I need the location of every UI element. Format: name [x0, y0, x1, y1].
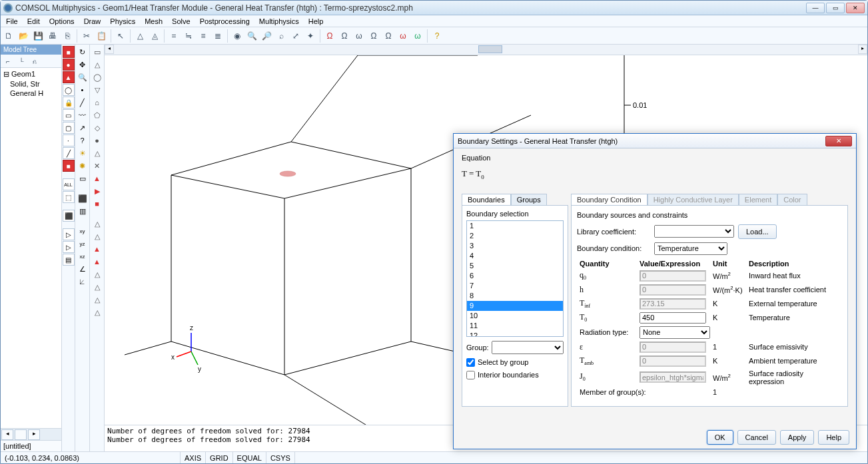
zoom-out-icon[interactable]: 🔎	[260, 29, 273, 43]
block-icon[interactable]: ■	[63, 46, 75, 58]
rect-icon[interactable]: ▭	[63, 109, 75, 121]
orbit-icon[interactable]: ✦	[304, 29, 317, 43]
angle2-icon[interactable]: ⟀	[77, 276, 89, 288]
tab-element[interactable]: Element	[739, 194, 777, 205]
xy-icon[interactable]: xy	[77, 225, 89, 237]
tree-btn1[interactable]: ⌐	[2, 56, 14, 67]
all-icon[interactable]: ALL	[63, 178, 75, 190]
data-icon[interactable]: ▤	[63, 254, 75, 266]
tab-conductive-layer[interactable]: Highly Conductive Layer	[648, 194, 739, 205]
s-tri2-icon[interactable]: ▽	[91, 84, 103, 96]
s-house-icon[interactable]: ⌂	[91, 97, 103, 109]
lock-icon[interactable]: 🔒	[63, 97, 75, 109]
fill-square-icon[interactable]: ■	[63, 160, 75, 172]
mesh-triangle-icon[interactable]: △	[133, 29, 147, 43]
box2-icon[interactable]: ▭	[77, 172, 89, 184]
sphere-icon[interactable]: ◯	[63, 84, 75, 96]
s-otri2-icon[interactable]: △	[91, 230, 103, 242]
list-item[interactable]: 2	[467, 231, 563, 241]
h-scrollbar[interactable]: ◂ ▸	[105, 45, 867, 55]
pan-icon[interactable]: ✥	[77, 59, 89, 71]
light2-icon[interactable]: ✺	[77, 160, 89, 172]
model-tree[interactable]: ⊟ Geom1 Solid, Str General H	[1, 68, 61, 428]
s-circ-icon[interactable]: ◯	[91, 71, 103, 83]
tab-boundaries[interactable]: Boundaries	[462, 194, 511, 205]
tree-child-0[interactable]: Solid, Str	[2, 79, 60, 89]
s-otri4-icon[interactable]: △	[91, 281, 103, 293]
zoom-in-icon[interactable]: 🔍	[245, 29, 258, 43]
list-item-selected[interactable]: 9	[467, 301, 563, 311]
s-cross-icon[interactable]: ✕	[91, 160, 103, 172]
menu-postprocessing[interactable]: Postprocessing	[197, 17, 252, 25]
interior-boundaries-checkbox[interactable]	[466, 371, 475, 379]
omega2-icon[interactable]: Ω	[338, 29, 351, 43]
boundary-listbox[interactable]: 1 2 3 4 5 6 7 8 9 10 11 12	[466, 220, 564, 337]
menu-file[interactable]: File	[3, 17, 21, 25]
minimize-button[interactable]: —	[806, 3, 825, 13]
lib-coef-select[interactable]	[654, 225, 734, 238]
tamb-input[interactable]	[640, 355, 706, 367]
list-item[interactable]: 8	[467, 291, 563, 301]
menu-physics[interactable]: Physics	[107, 17, 138, 25]
omega6-icon[interactable]: ω	[396, 29, 410, 43]
xz-icon[interactable]: xz	[77, 250, 89, 262]
close-button[interactable]: ✕	[846, 3, 865, 13]
s-pent-icon[interactable]: ⬠	[91, 109, 103, 121]
t0-input[interactable]	[640, 312, 706, 324]
s-otri3-icon[interactable]: △	[91, 268, 103, 280]
cut-icon[interactable]: ✂	[80, 29, 93, 43]
dialog-close-button[interactable]: ✕	[825, 136, 852, 146]
point-icon[interactable]: ·	[63, 134, 75, 146]
omega3-icon[interactable]: ω	[352, 29, 366, 43]
s-ftri2-icon[interactable]: ▲	[91, 243, 103, 255]
minitab-right[interactable]: ▸	[28, 429, 40, 440]
copy-icon[interactable]: ⎘	[61, 29, 74, 43]
menu-edit[interactable]: Edit	[25, 17, 43, 25]
menu-mesh[interactable]: Mesh	[142, 17, 165, 25]
apply-button[interactable]: Apply	[780, 430, 815, 445]
play-icon[interactable]: ▷	[63, 228, 75, 240]
tree-root[interactable]: Geom1	[11, 70, 35, 78]
s-ftri3-icon[interactable]: ▲	[91, 256, 103, 268]
menu-help[interactable]: Help	[306, 17, 326, 25]
s-tri3-icon[interactable]: △	[91, 147, 103, 159]
s-otri5-icon[interactable]: △	[91, 294, 103, 306]
zoom-window-icon[interactable]: ⌕	[274, 29, 288, 43]
menu-options[interactable]: Options	[47, 17, 77, 25]
point2-icon[interactable]: •	[77, 84, 89, 96]
menu-solve[interactable]: Solve	[169, 17, 193, 25]
save-icon[interactable]: 💾	[31, 29, 45, 43]
list-item[interactable]: 12	[467, 331, 563, 337]
omega5-icon[interactable]: Ω	[382, 29, 395, 43]
zoom-extents-icon[interactable]: ⤢	[289, 29, 302, 43]
s-otri-icon[interactable]: △	[91, 218, 103, 230]
ok-button[interactable]: OK	[707, 430, 733, 445]
untitled-tab[interactable]: [untitled]	[1, 440, 61, 451]
list-item[interactable]: 5	[467, 261, 563, 271]
list-item[interactable]: 11	[467, 321, 563, 331]
tree-btn2[interactable]: └	[15, 56, 27, 67]
tab-groups[interactable]: Groups	[511, 194, 547, 205]
light-icon[interactable]: ☀	[77, 147, 89, 159]
cone-icon[interactable]: ▲	[63, 71, 75, 83]
menu-draw[interactable]: Draw	[81, 17, 104, 25]
select-by-group-checkbox[interactable]	[466, 358, 475, 367]
tab-boundary-condition[interactable]: Boundary Condition	[571, 194, 648, 205]
scroll-right-icon[interactable]: ▸	[858, 45, 867, 54]
dialog-help-button[interactable]: Help	[818, 430, 849, 445]
s-rect-icon[interactable]: ▭	[91, 46, 103, 58]
omega-icon[interactable]: Ω	[323, 29, 336, 43]
axes-3d-icon[interactable]: ⬛	[63, 210, 75, 222]
print-icon[interactable]: 🖶	[46, 29, 59, 43]
tinf-input[interactable]	[640, 298, 706, 310]
solve-icon[interactable]: =	[167, 29, 181, 43]
minitab-1[interactable]	[15, 429, 27, 440]
list-item[interactable]: 7	[467, 281, 563, 291]
j0-input[interactable]	[640, 371, 706, 383]
omega7-icon[interactable]: ω	[411, 29, 424, 43]
mesh-refine-icon[interactable]: ◬	[148, 29, 161, 43]
isoblock-icon[interactable]: ⬛	[77, 192, 89, 204]
solve4-icon[interactable]: ≣	[211, 29, 224, 43]
curve-icon[interactable]: 〰	[77, 109, 89, 121]
line-icon[interactable]: ╱	[63, 147, 75, 159]
